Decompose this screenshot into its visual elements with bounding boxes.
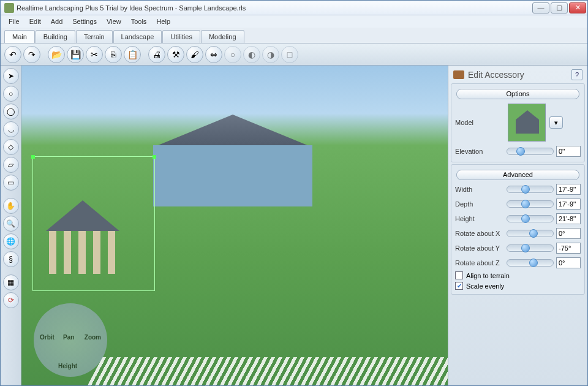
redo-button[interactable]: ↷ [23,46,40,63]
depth-value[interactable]: 17'-9'' [556,199,581,210]
nav-pan[interactable]: Pan [63,334,74,341]
snake-tool[interactable]: § [3,251,19,267]
tab-row: Main Building Terrain Landscape Utilitie… [1,28,587,44]
model-dropdown-button[interactable]: ▾ [549,116,563,129]
roty-slider[interactable] [507,244,554,252]
select-tool[interactable]: ➤ [3,68,19,84]
app-icon [4,3,14,13]
close-button[interactable]: ✕ [569,2,586,13]
save-button[interactable]: 💾 [67,46,84,63]
shape-tool-1[interactable]: ◇ [3,139,19,155]
cut-button[interactable]: ✂ [86,46,103,63]
height-slider[interactable] [507,215,554,222]
advanced-group-title: Advanced [456,170,579,180]
roty-value[interactable]: -75° [556,243,581,254]
panel-icon [453,70,464,79]
pan-tool[interactable]: ✋ [3,198,19,214]
menu-help[interactable]: Help [152,17,175,26]
menu-settings[interactable]: Settings [68,17,101,26]
main-toolbar: ↶ ↷ 📂 💾 ✂ ⎘ 📋 🖨 ⚒ 🖌 ⇔ ○ ◐ ◑ □ [1,44,587,66]
elevation-value[interactable]: 0'' [556,146,581,157]
nav-height[interactable]: Height [58,363,77,369]
nav-wheel[interactable]: Orbit Zoom Pan Height [34,303,107,377]
menu-edit[interactable]: Edit [25,17,45,26]
menu-view[interactable]: View [102,17,126,26]
width-slider[interactable] [507,186,554,193]
scene-fence [88,357,448,385]
elevation-slider[interactable] [507,148,554,155]
arc-tool[interactable]: ◡ [3,121,19,137]
circle-tool[interactable]: ○ [3,86,19,102]
elevation-label: Elevation [455,148,504,155]
depth-slider[interactable] [507,200,554,208]
refresh-tool[interactable]: ⟳ [3,292,19,308]
model-thumbnail[interactable] [508,104,546,142]
minimize-button[interactable]: — [532,2,549,13]
nav-zoom[interactable]: Zoom [85,334,101,341]
brush-icon[interactable]: 🖌 [186,46,203,63]
left-toolbar: ➤ ○ ◯ ◡ ◇ ▱ ▭ ✋ 🔍 🌐 § ▦ ⟳ [1,66,21,385]
mirror-icon[interactable]: ⇔ [205,46,222,63]
align-terrain-checkbox[interactable] [455,271,463,279]
roty-label: Rotate about Y [455,244,504,252]
scene-house [144,115,322,206]
options-group-title: Options [456,89,579,99]
hammer-icon[interactable]: ⚒ [167,46,184,63]
tab-building[interactable]: Building [36,30,75,43]
tool-disabled-1: ○ [224,46,241,63]
height-label: Height [455,215,504,222]
menu-file[interactable]: File [4,17,24,26]
copy-button[interactable]: ⎘ [105,46,122,63]
model-label: Model [455,119,504,126]
scale-evenly-checkbox[interactable]: ✔ [455,282,463,290]
tab-terrain[interactable]: Terrain [76,30,113,43]
rotz-slider[interactable] [507,259,554,267]
shape-tool-3[interactable]: ▭ [3,175,19,191]
rotz-label: Rotate about Z [455,259,504,267]
align-terrain-label: Align to terrain [466,272,510,279]
rotz-value[interactable]: 0° [556,257,581,268]
tab-main[interactable]: Main [4,30,35,43]
tab-utilities[interactable]: Utilities [162,30,200,43]
tool-disabled-2: ◐ [243,46,260,63]
rotx-label: Rotate about X [455,230,504,237]
panel-help-button[interactable]: ? [571,69,582,80]
open-button[interactable]: 📂 [48,46,65,63]
undo-button[interactable]: ↶ [4,46,21,63]
depth-label: Depth [455,200,504,208]
window-title: Realtime Landscaping Plus 5 Trial by Ide… [17,4,532,12]
maximize-button[interactable]: ▢ [551,2,568,13]
zoom-tool[interactable]: 🔍 [3,216,19,232]
panel-title: Edit Accessory [468,70,568,80]
orbit-tool[interactable]: 🌐 [3,233,19,249]
tool-disabled-4: □ [281,46,298,63]
tool-disabled-3: ◑ [262,46,279,63]
paste-button[interactable]: 📋 [124,46,141,63]
width-value[interactable]: 17'-9'' [556,184,581,195]
ellipse-tool[interactable]: ◯ [3,104,19,119]
scale-evenly-label: Scale evenly [466,282,504,290]
tab-landscape[interactable]: Landscape [113,30,162,43]
tab-modeling[interactable]: Modeling [201,30,244,43]
menu-add[interactable]: Add [47,17,67,26]
height-value[interactable]: 21'-8'' [556,213,581,224]
property-panel: Edit Accessory ? Options Model ▾ Elevati… [448,66,587,385]
grid-tool[interactable]: ▦ [3,274,19,290]
rotx-slider[interactable] [507,230,554,237]
menu-tools[interactable]: Tools [127,17,151,26]
title-bar: Realtime Landscaping Plus 5 Trial by Ide… [1,1,587,15]
print-button[interactable]: 🖨 [148,46,165,63]
nav-orbit[interactable]: Orbit [40,334,55,341]
menu-bar: File Edit Add Settings View Tools Help [1,15,587,28]
viewport-3d[interactable]: Orbit Zoom Pan Height [21,66,448,385]
shape-tool-2[interactable]: ▱ [3,157,19,173]
selection-bounds[interactable] [32,156,155,291]
width-label: Width [455,186,504,193]
rotx-value[interactable]: 0° [556,228,581,239]
